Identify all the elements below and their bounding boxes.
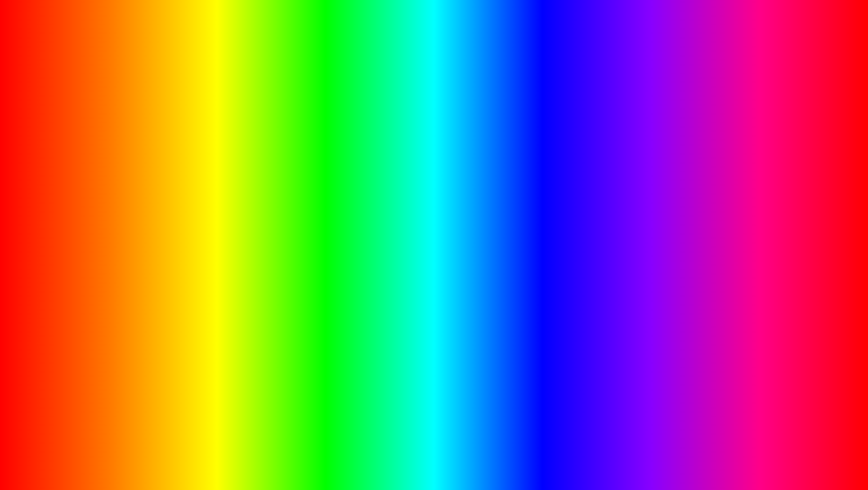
logo-br-icon — [791, 393, 832, 433]
logo-br-text: BLOX FRUITS — [777, 435, 846, 477]
sonic-team-tag: #SonicTeam — [273, 102, 305, 109]
npc-character — [716, 365, 752, 428]
gui-content: Dropdown : Flame ▼ Buy Chip Select Auto … — [171, 111, 309, 272]
gui-header: #SonicTeam — [59, 100, 309, 111]
raid-word: RAID — [258, 433, 368, 484]
auto-start-raid-row: Auto Start Raid — [174, 231, 304, 249]
gui-panel: #SonicTeam Main Credits Dropdown : Flame… — [58, 99, 310, 278]
logo-br: BLOX FRUITS — [777, 393, 846, 477]
must-be-use-toggle[interactable] — [278, 214, 298, 224]
auto-awakend-skill-row: Auto Awakend Skill — [174, 170, 304, 188]
auto-buy-chip-select-toggle[interactable] — [278, 154, 298, 164]
kill-aura-label: Kill Aura — [179, 256, 202, 263]
logo-stars — [777, 393, 846, 433]
auto-raid-tp-island-toggle[interactable] — [278, 194, 298, 204]
dropdown-label: Dropdown : Flame — [179, 118, 231, 125]
auto-start-raid-label: Auto Start Raid — [179, 236, 222, 243]
tab-main[interactable]: Main — [63, 115, 110, 130]
kill-aura-row: Kill Aura — [174, 251, 304, 269]
blox-fruits-title: BLOX FRUITS — [0, 9, 868, 72]
tab-credits[interactable]: Credits — [63, 133, 110, 148]
gui-tabs: Main Credits — [59, 111, 113, 272]
auto-word: AUTO — [119, 433, 246, 484]
mysterious-entity-label: Mysterious Entity — [677, 78, 738, 87]
must-be-use-label: Must Be Use This Before Auto Raid — [179, 216, 278, 223]
bottom-section: AUTO RAID SCRIPT PASTEBIN — [0, 436, 868, 481]
main-character — [622, 316, 694, 432]
must-be-use-row: Must Be Use This Before Auto Raid — [174, 210, 304, 228]
auto-raid-tp-island-row: Auto Raid + Auto tp Island — [174, 190, 304, 208]
chevron-down-icon: ▼ — [293, 118, 298, 125]
pastebin-word: PASTEBIN — [525, 433, 749, 484]
kill-aura-toggle[interactable] — [278, 255, 298, 265]
auto-buy-chip-select-row: Auto Buy Chip Select — [174, 150, 304, 168]
auto-start-raid-toggle[interactable] — [278, 235, 298, 245]
auto-raid-tp-island-label: Auto Raid + Auto tp Island — [179, 196, 252, 203]
buy-chip-select-button[interactable]: Buy Chip Select — [174, 131, 304, 147]
script-word: SCRIPT — [380, 442, 512, 482]
dropdown-flame[interactable]: Dropdown : Flame ▼ — [174, 114, 304, 129]
auto-awakend-skill-toggle[interactable] — [278, 174, 298, 184]
auto-buy-chip-select-label: Auto Buy Chip Select — [179, 155, 239, 162]
title-container: BLOX FRUITS — [0, 9, 868, 72]
auto-awakend-skill-label: Auto Awakend Skill — [179, 175, 233, 183]
bottom-title: AUTO RAID SCRIPT PASTEBIN — [0, 436, 868, 481]
